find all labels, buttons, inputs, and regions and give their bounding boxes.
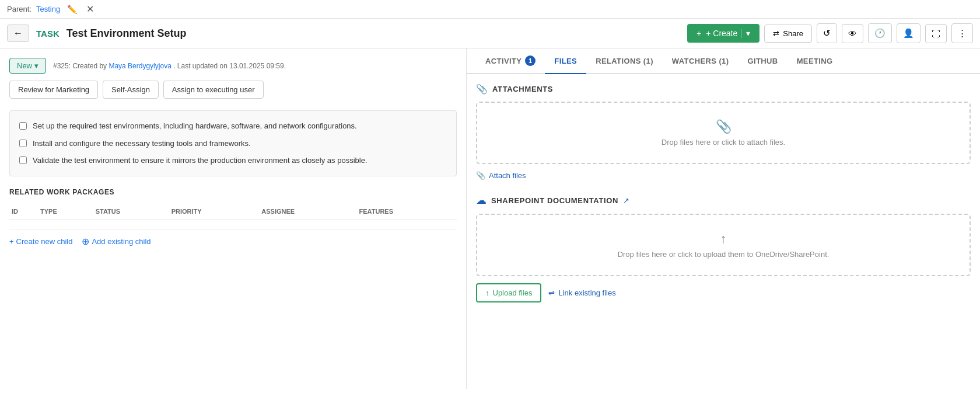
create-child-label: Create new child bbox=[16, 237, 73, 246]
sharepoint-drop-text: Drop files here or click to upload them … bbox=[618, 250, 830, 259]
sharepoint-external-icon[interactable]: ↗ bbox=[623, 196, 629, 205]
plus-icon: + bbox=[9, 237, 14, 246]
back-button[interactable]: ← bbox=[7, 25, 29, 42]
status-row: New ▾ #325: Created by Maya Berdygylyjov… bbox=[9, 58, 457, 74]
add-existing-button[interactable]: ⊕ Add existing child bbox=[82, 236, 150, 247]
left-panel: New ▾ #325: Created by Maya Berdygylyjov… bbox=[0, 48, 467, 389]
checklist-text-3: Validate the test environment to ensure … bbox=[33, 155, 368, 166]
col-status: STATUS bbox=[93, 203, 169, 220]
task-meta: #325: Created by Maya Berdygylyjova . La… bbox=[53, 62, 286, 70]
upload-files-button[interactable]: ↑ Upload files bbox=[476, 283, 541, 302]
tab-relations-label: RELATIONS (1) bbox=[596, 57, 653, 65]
attachments-title: ATTACHMENTS bbox=[492, 85, 553, 93]
status-badge[interactable]: New ▾ bbox=[9, 58, 46, 74]
main-layout: New ▾ #325: Created by Maya Berdygylyjov… bbox=[0, 48, 980, 389]
sharepoint-cloud-icon: ☁ bbox=[476, 194, 487, 207]
files-tab-content: 📎 ATTACHMENTS 📎 Drop files here or click… bbox=[467, 74, 980, 321]
tab-activity[interactable]: ACTIVITY 1 bbox=[476, 48, 545, 74]
checklist-checkbox-3[interactable] bbox=[19, 156, 27, 164]
attachments-drop-zone[interactable]: 📎 Drop files here or click to attach fil… bbox=[476, 102, 971, 164]
attach-files-button[interactable]: 📎 Attach files bbox=[476, 171, 526, 180]
checklist-item: Set up the required test environments, i… bbox=[19, 120, 447, 132]
tab-relations[interactable]: RELATIONS (1) bbox=[586, 48, 663, 74]
upload-actions: ↑ Upload files ⇌ Link existing files bbox=[476, 283, 971, 302]
upload-label: Upload files bbox=[493, 288, 533, 297]
tab-files-label: FILES bbox=[554, 57, 577, 65]
drop-zone-icon: 📎 bbox=[487, 119, 960, 134]
upload-icon: ↑ bbox=[485, 288, 489, 297]
self-assign-button[interactable]: Self-Assign bbox=[103, 81, 159, 99]
share-label: Share bbox=[783, 29, 803, 38]
child-actions: + Create new child ⊕ Add existing child bbox=[9, 236, 457, 247]
parent-label: Parent: bbox=[7, 5, 32, 13]
create-button[interactable]: + + Create ▾ bbox=[687, 24, 760, 43]
share2-button[interactable]: 👤 bbox=[897, 23, 921, 43]
checklist-text-2: Install and configure the necessary test… bbox=[33, 138, 251, 149]
col-type: TYPE bbox=[38, 203, 93, 220]
tab-meeting[interactable]: MEETING bbox=[788, 48, 842, 74]
tab-github-label: GITHUB bbox=[747, 57, 778, 65]
create-child-button[interactable]: + Create new child bbox=[9, 236, 72, 247]
expand-button[interactable]: ⛶ bbox=[925, 24, 947, 43]
attach-icon: 📎 bbox=[476, 84, 488, 95]
sharepoint-drop-icon: ↑ bbox=[487, 231, 960, 246]
col-features: FEATURES bbox=[357, 203, 457, 220]
checklist-item: Validate the test environment to ensure … bbox=[19, 155, 447, 166]
close-parent-button[interactable]: ✕ bbox=[84, 4, 96, 15]
task-meta-text: #325: Created by bbox=[53, 62, 107, 70]
tab-files[interactable]: FILES bbox=[545, 48, 586, 74]
tabs: ACTIVITY 1 FILES RELATIONS (1) WATCHERS … bbox=[467, 48, 980, 74]
share-icon: ⇄ bbox=[773, 29, 779, 38]
tab-activity-label: ACTIVITY bbox=[485, 57, 522, 65]
share-button[interactable]: ⇄ Share bbox=[764, 25, 812, 43]
preview-button[interactable]: 👁 bbox=[842, 24, 863, 43]
create-plus-icon: + bbox=[696, 29, 701, 38]
parent-link[interactable]: Testing bbox=[36, 5, 60, 13]
task-meta-suffix: . Last updated on 13.01.2025 09:59. bbox=[173, 62, 286, 70]
table-empty-row bbox=[9, 220, 457, 229]
checklist-item: Install and configure the necessary test… bbox=[19, 138, 447, 149]
add-existing-label: Add existing child bbox=[92, 237, 150, 246]
tab-watchers-label: WATCHERS (1) bbox=[672, 57, 729, 65]
create-label: + Create bbox=[706, 29, 737, 38]
checklist-text-1: Set up the required test environments, i… bbox=[33, 120, 357, 132]
checklist: Set up the required test environments, i… bbox=[9, 110, 457, 176]
review-marketing-button[interactable]: Review for Marketing bbox=[9, 81, 98, 99]
tab-github[interactable]: GITHUB bbox=[738, 48, 787, 74]
checklist-checkbox-1[interactable] bbox=[19, 122, 27, 130]
drop-zone-text: Drop files here or click to attach files… bbox=[662, 138, 785, 147]
tab-watchers[interactable]: WATCHERS (1) bbox=[663, 48, 738, 74]
assign-executing-button[interactable]: Assign to executing user bbox=[163, 81, 264, 99]
sharepoint-title: SHAREPOINT DOCUMENTATION bbox=[491, 196, 618, 205]
status-label: New bbox=[17, 61, 32, 70]
checklist-checkbox-2[interactable] bbox=[19, 140, 27, 147]
header: ← TASK Test Environment Setup + + Create… bbox=[0, 19, 980, 48]
header-actions: + + Create ▾ ⇄ Share ↺ 👁 🕐 👤 ⛶ ⋮ bbox=[687, 23, 973, 43]
attach-files-icon: 📎 bbox=[476, 171, 485, 180]
task-label: TASK bbox=[36, 29, 60, 39]
tab-activity-badge: 1 bbox=[525, 55, 536, 66]
link-icon: ⊕ bbox=[82, 236, 89, 247]
attachments-section: 📎 ATTACHMENTS 📎 Drop files here or click… bbox=[476, 84, 971, 180]
sharepoint-drop-zone[interactable]: ↑ Drop files here or click to upload the… bbox=[476, 214, 971, 276]
status-dropdown-icon: ▾ bbox=[34, 61, 38, 70]
link-icon: ⇌ bbox=[548, 288, 555, 297]
task-author[interactable]: Maya Berdygylyjova bbox=[108, 62, 171, 70]
attach-files-label: Attach files bbox=[489, 171, 526, 180]
right-panel: ACTIVITY 1 FILES RELATIONS (1) WATCHERS … bbox=[467, 48, 980, 389]
attachments-header: 📎 ATTACHMENTS bbox=[476, 84, 971, 95]
col-priority: PRIORITY bbox=[169, 203, 260, 220]
task-title: Test Environment Setup bbox=[66, 27, 680, 40]
link-existing-button[interactable]: ⇌ Link existing files bbox=[548, 288, 615, 297]
link-label: Link existing files bbox=[558, 288, 615, 297]
tab-meeting-label: MEETING bbox=[797, 57, 833, 65]
history-button[interactable]: ↺ bbox=[817, 23, 837, 43]
sharepoint-header: ☁ SHAREPOINT DOCUMENTATION ↗ bbox=[476, 194, 971, 207]
col-assignee: ASSIGNEE bbox=[259, 203, 356, 220]
sharepoint-section: ☁ SHAREPOINT DOCUMENTATION ↗ ↑ Drop file… bbox=[476, 194, 971, 302]
action-buttons: Review for Marketing Self-Assign Assign … bbox=[9, 81, 457, 99]
more-button[interactable]: ⋮ bbox=[951, 23, 973, 43]
create-dropdown-icon: ▾ bbox=[741, 29, 750, 38]
edit-parent-button[interactable]: ✏️ bbox=[65, 5, 79, 14]
clock-button[interactable]: 🕐 bbox=[868, 23, 892, 43]
